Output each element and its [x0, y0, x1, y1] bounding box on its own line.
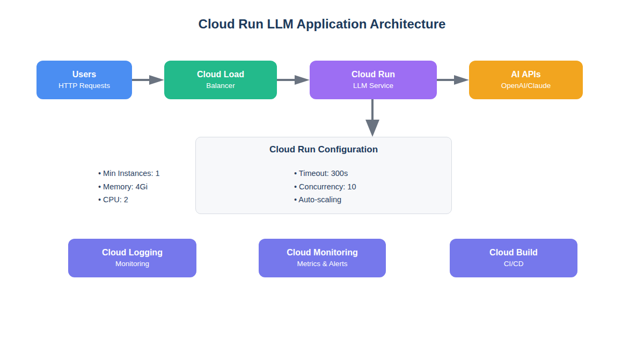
arrow-shaft: [371, 99, 374, 122]
arrow-load-balancer-to-cloud-run: [277, 75, 310, 85]
config-item-min-instances: • Min Instances: 1: [98, 167, 160, 180]
node-cloud-build-title: Cloud Build: [489, 247, 538, 258]
diagram-title: Cloud Run LLM Application Architecture: [0, 17, 644, 32]
config-item-cpu: • CPU: 2: [98, 193, 160, 207]
node-cloud-load-balancer-subtitle: Balancer: [206, 81, 235, 91]
arrow-head-icon: [149, 75, 164, 85]
config-item-memory: • Memory: 4Gi: [98, 180, 160, 194]
arrow-cloud-run-to-configuration: [365, 99, 379, 137]
node-cloud-load-balancer: Cloud Load Balancer: [164, 61, 277, 99]
node-ai-apis-title: AI APIs: [511, 69, 540, 80]
node-cloud-load-balancer-title: Cloud Load: [197, 69, 244, 80]
arrow-head-icon: [365, 120, 379, 137]
arrow-users-to-load-balancer: [132, 75, 164, 85]
node-cloud-run-title: Cloud Run: [352, 69, 395, 80]
config-list-left: • Min Instances: 1 • Memory: 4Gi • CPU: …: [98, 167, 160, 207]
config-panel-title: Cloud Run Configuration: [195, 144, 452, 155]
arrow-shaft: [132, 79, 151, 81]
node-cloud-logging: Cloud Logging Monitoring: [68, 239, 196, 277]
node-users-subtitle: HTTP Requests: [58, 81, 110, 91]
node-cloud-logging-title: Cloud Logging: [102, 247, 163, 258]
node-cloud-run: Cloud Run LLM Service: [310, 61, 437, 99]
node-cloud-run-subtitle: LLM Service: [353, 81, 393, 91]
node-users: Users HTTP Requests: [36, 61, 132, 99]
architecture-diagram: Cloud Run LLM Application Architecture U…: [0, 0, 644, 338]
arrow-shaft: [277, 79, 297, 81]
arrow-head-icon: [454, 75, 469, 85]
arrow-head-icon: [295, 75, 310, 85]
config-item-timeout: • Timeout: 300s: [294, 167, 356, 180]
node-ai-apis: AI APIs OpenAI/Claude: [469, 61, 583, 99]
node-cloud-monitoring-subtitle: Metrics & Alerts: [297, 259, 348, 269]
config-item-autoscaling: • Auto-scaling: [294, 193, 356, 207]
node-cloud-build-subtitle: CI/CD: [504, 259, 524, 269]
node-cloud-monitoring: Cloud Monitoring Metrics & Alerts: [259, 239, 386, 277]
node-ai-apis-subtitle: OpenAI/Claude: [501, 81, 551, 91]
arrow-cloud-run-to-ai-apis: [437, 75, 469, 85]
arrow-shaft: [437, 79, 456, 81]
config-list-right: • Timeout: 300s • Concurrency: 10 • Auto…: [294, 167, 356, 207]
node-cloud-logging-subtitle: Monitoring: [115, 259, 149, 269]
node-cloud-build: Cloud Build CI/CD: [450, 239, 577, 277]
config-item-concurrency: • Concurrency: 10: [294, 180, 356, 194]
node-users-title: Users: [72, 69, 96, 80]
node-cloud-monitoring-title: Cloud Monitoring: [287, 247, 357, 258]
